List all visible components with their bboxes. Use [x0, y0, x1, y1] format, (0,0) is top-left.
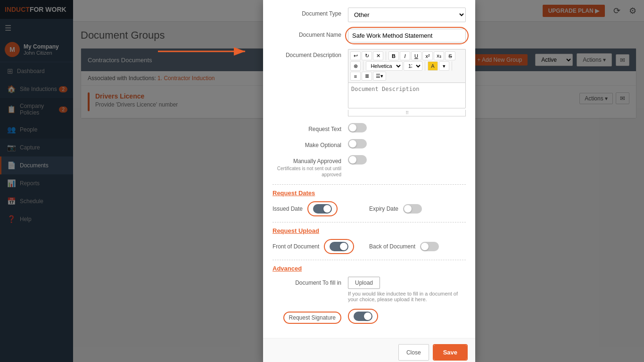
back-doc-label: Back of Document — [369, 243, 415, 250]
doc-desc-control: ↩ ↻ ✕ B I U x² x₂ S ⊗ Helvetica — [348, 49, 466, 116]
modal-body: Document Type Other Licence Certificate … — [263, 0, 475, 338]
doc-desc-row: Document Description ↩ ↻ ✕ B I U x² x₂ S… — [272, 49, 466, 116]
rte-ul-button[interactable]: ≡ — [350, 72, 361, 81]
section-divider-1 — [272, 184, 466, 185]
rte-sep2 — [363, 61, 363, 71]
rte-sub-button[interactable]: x₂ — [434, 51, 444, 60]
rte-redo-button[interactable]: ↻ — [362, 51, 372, 60]
expiry-date-toggle[interactable] — [403, 204, 422, 214]
doc-fill-control: Upload If you would like inductee to fil… — [348, 277, 466, 302]
modal-dialog: Document Type Other Licence Certificate … — [263, 0, 475, 362]
back-doc-slider — [420, 242, 439, 251]
rte-font-select[interactable]: Helvetica — [366, 61, 403, 71]
doc-name-input[interactable] — [348, 29, 466, 42]
back-doc-item: Back of Document — [369, 242, 466, 251]
doc-desc-label: Document Description — [272, 49, 348, 58]
section-divider-3 — [272, 260, 466, 260]
rte-color-dropdown[interactable]: ▾ — [439, 61, 449, 71]
issued-date-item: Issued Date — [272, 201, 369, 216]
rte-strike-button[interactable]: S — [445, 51, 455, 60]
close-button[interactable]: Close — [398, 344, 429, 361]
request-sig-label: Request Signature — [272, 309, 348, 324]
request-text-label: Request Text — [272, 123, 348, 132]
manually-approved-toggle[interactable] — [348, 155, 367, 165]
doc-type-select[interactable]: Other Licence Certificate Identity — [348, 8, 466, 22]
front-doc-toggle-circled — [324, 239, 354, 254]
rte-sep3 — [425, 61, 425, 71]
rte-toolbar: ↩ ↻ ✕ B I U x² x₂ S ⊗ Helvetica — [348, 49, 466, 82]
rte-underline-button[interactable]: U — [411, 51, 421, 60]
request-sig-slider — [354, 312, 372, 321]
rte-resize-handle[interactable]: ⠿ — [348, 110, 466, 116]
rte-sep4 — [452, 61, 452, 71]
issued-date-toggle[interactable] — [313, 204, 332, 214]
front-doc-item: Front of Document — [272, 239, 369, 254]
make-optional-slider — [348, 139, 367, 148]
doc-type-control: Other Licence Certificate Identity — [348, 8, 466, 22]
doc-name-row: Document Name — [272, 29, 466, 42]
issued-date-label: Issued Date — [272, 206, 303, 212]
save-button[interactable]: Save — [434, 345, 467, 360]
doc-fill-row: Document To fill in Upload If you would … — [272, 277, 466, 302]
rte-align-button[interactable]: ☰▾ — [373, 72, 386, 81]
rte-italic-button[interactable]: I — [400, 51, 410, 60]
expiry-date-label: Expiry Date — [369, 206, 398, 212]
request-sig-toggle-circled — [348, 309, 378, 324]
doc-fill-label: Document To fill in — [272, 277, 348, 286]
advanced-section: Advanced Document To fill in Upload If y… — [272, 265, 466, 324]
request-sig-toggle[interactable] — [354, 312, 372, 321]
rte-remove-button[interactable]: ⊗ — [350, 61, 361, 71]
front-doc-slider — [330, 242, 348, 251]
rte-sep1 — [386, 51, 386, 60]
manually-approved-control — [348, 155, 466, 165]
advanced-title[interactable]: Advanced — [272, 265, 466, 272]
save-button-circle: Save — [433, 344, 468, 361]
expiry-date-item: Expiry Date — [369, 204, 466, 214]
request-upload-title[interactable]: Request Upload — [272, 227, 466, 234]
rte-color-button[interactable]: A — [428, 61, 438, 71]
request-sig-row: Request Signature — [272, 309, 466, 324]
dates-row: Issued Date Expiry Date — [272, 201, 466, 216]
request-dates-section: Request Dates Issued Date Expiry Date — [272, 189, 466, 216]
back-doc-toggle[interactable] — [420, 242, 439, 251]
expiry-date-slider — [403, 204, 422, 214]
make-optional-control — [348, 139, 466, 148]
section-divider-2 — [272, 222, 466, 222]
doc-type-label: Document Type — [272, 8, 348, 17]
request-dates-title[interactable]: Request Dates — [272, 189, 466, 197]
request-sig-label-circled: Request Signature — [283, 312, 341, 324]
modal-footer: Close Save — [263, 338, 475, 362]
rte-size-select[interactable]: 13 — [404, 61, 422, 71]
manually-approved-row: Manually Approved Certificates is not se… — [272, 155, 466, 178]
upload-hint: If you would like inductee to fill in a … — [348, 291, 466, 302]
make-optional-label: Make Optional — [272, 139, 348, 148]
request-text-row: Request Text — [272, 123, 466, 132]
request-text-slider — [348, 123, 367, 132]
rte-sup-button[interactable]: x² — [422, 51, 433, 60]
manually-approved-label: Manually Approved Certificates is not se… — [272, 155, 348, 178]
rte-textarea[interactable] — [348, 82, 466, 108]
rte-undo-button[interactable]: ↩ — [350, 51, 361, 60]
doc-name-input-wrapper — [348, 29, 466, 42]
upload-row: Front of Document Back of Document — [272, 239, 466, 254]
front-doc-toggle[interactable] — [330, 242, 348, 251]
doc-name-label: Document Name — [272, 29, 348, 38]
request-upload-section: Request Upload Front of Document Back of… — [272, 227, 466, 254]
modal-overlay: Document Type Other Licence Certificate … — [0, 0, 644, 362]
make-optional-toggle[interactable] — [348, 139, 367, 148]
rte-clear-button[interactable]: ✕ — [373, 51, 383, 60]
issued-date-slider — [313, 204, 332, 214]
request-text-toggle[interactable] — [348, 123, 367, 132]
doc-name-control — [348, 29, 466, 42]
request-text-control — [348, 123, 466, 132]
upload-button[interactable]: Upload — [348, 277, 380, 289]
rte-ol-button[interactable]: ≣ — [362, 72, 372, 81]
rte-bold-button[interactable]: B — [388, 51, 399, 60]
issued-date-toggle-circled — [307, 201, 338, 216]
request-sig-control — [348, 309, 466, 324]
manually-approved-slider — [348, 155, 367, 165]
doc-type-row: Document Type Other Licence Certificate … — [272, 8, 466, 22]
make-optional-row: Make Optional — [272, 139, 466, 148]
front-doc-label: Front of Document — [272, 243, 319, 250]
